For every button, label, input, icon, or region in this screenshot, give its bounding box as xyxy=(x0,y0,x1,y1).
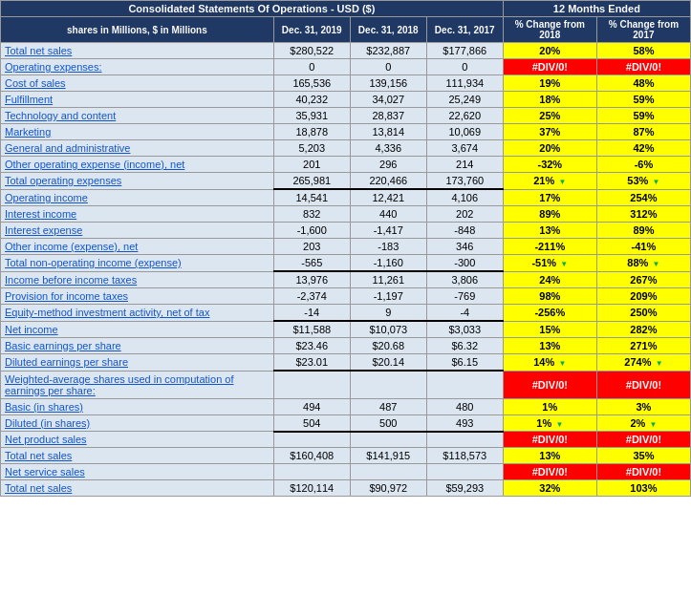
row-val-26-1: $90,972 xyxy=(350,480,426,497)
main-wrapper: Consolidated Statements Of Operations - … xyxy=(0,0,691,497)
row-val-22-1: 500 xyxy=(350,414,426,432)
row-link-8[interactable]: Total operating expenses xyxy=(5,175,121,186)
row-val-24-1: $141,915 xyxy=(350,448,426,464)
pct2017-19: 274% ▼ xyxy=(596,354,690,372)
row-label-0: Total net sales xyxy=(1,43,274,59)
pct2017-24: 35% xyxy=(596,448,690,464)
row-val-13-2: -300 xyxy=(426,255,503,272)
pct-header-2017: % Change from 2017 xyxy=(596,17,690,43)
row-val-1-0: 0 xyxy=(273,59,350,75)
row-val-21-1: 487 xyxy=(350,398,426,414)
row-link-5[interactable]: Marketing xyxy=(5,126,51,138)
row-link-6[interactable]: General and administrative xyxy=(5,142,130,154)
subtitle-cell: shares in Millions, $ in Millions xyxy=(1,17,274,43)
pct2018-10: 89% xyxy=(503,206,596,223)
row-link-17[interactable]: Net income xyxy=(5,324,58,335)
row-val-10-0: 832 xyxy=(273,206,350,223)
row-val-16-0: -14 xyxy=(273,305,350,322)
row-val-23-0 xyxy=(273,432,350,448)
row-label-26: Total net sales xyxy=(1,480,274,497)
row-val-9-0: 14,541 xyxy=(273,189,350,206)
row-val-10-1: 440 xyxy=(350,206,426,223)
row-link-7[interactable]: Other operating expense (income), net xyxy=(5,159,184,170)
row-label-16: Equity-method investment activity, net o… xyxy=(1,305,274,322)
row-link-10[interactable]: Interest income xyxy=(5,208,76,220)
pct2018-13: -51% ▼ xyxy=(503,255,596,272)
row-link-1[interactable]: Operating expenses: xyxy=(5,61,102,73)
row-val-7-0: 201 xyxy=(273,157,350,173)
row-val-3-0: 40,232 xyxy=(273,92,350,108)
row-link-12[interactable]: Other income (expense), net xyxy=(5,241,138,252)
pct2017-5: 87% xyxy=(596,124,690,140)
row-link-16[interactable]: Equity-method investment activity, net o… xyxy=(5,307,209,318)
row-label-9: Operating income xyxy=(1,189,274,206)
pct2017-22: 2% ▼ xyxy=(596,414,690,432)
pct2017-20: #DIV/0! xyxy=(596,371,690,398)
row-val-4-0: 35,931 xyxy=(273,108,350,124)
period-header: 12 Months Ended xyxy=(503,1,690,17)
row-link-15[interactable]: Provision for income taxes xyxy=(5,290,128,302)
pct2018-24: 13% xyxy=(503,448,596,464)
pct2018-20: #DIV/0! xyxy=(503,371,596,398)
pct2017-3: 59% xyxy=(596,92,690,108)
row-val-19-0: $23.01 xyxy=(273,354,350,372)
row-val-6-2: 3,674 xyxy=(426,140,503,157)
row-label-21: Basic (in shares) xyxy=(1,398,274,414)
row-val-18-1: $20.68 xyxy=(350,338,426,354)
pct2018-14: 24% xyxy=(503,271,596,288)
row-link-11[interactable]: Interest expense xyxy=(5,224,82,236)
pct2018-17: 15% xyxy=(503,321,596,338)
row-val-2-1: 139,156 xyxy=(350,75,426,92)
pct2018-22: 1% ▼ xyxy=(503,414,596,432)
row-label-10: Interest income xyxy=(1,206,274,223)
pct2018-1: #DIV/0! xyxy=(503,59,596,75)
row-val-0-2: $177,866 xyxy=(426,43,503,59)
row-link-4[interactable]: Technology and content xyxy=(5,110,116,121)
row-val-23-2 xyxy=(426,432,503,448)
pct2017-10: 312% xyxy=(596,206,690,223)
row-link-13[interactable]: Total non-operating income (expense) xyxy=(5,257,182,268)
row-val-2-0: 165,536 xyxy=(273,75,350,92)
row-label-4: Technology and content xyxy=(1,108,274,124)
pct2018-18: 13% xyxy=(503,338,596,354)
row-val-8-1: 220,466 xyxy=(350,173,426,190)
row-link-2[interactable]: Cost of sales xyxy=(5,77,66,89)
row-link-24[interactable]: Total net sales xyxy=(5,450,72,461)
row-val-14-1: 11,261 xyxy=(350,271,426,288)
row-link-18[interactable]: Basic earnings per share xyxy=(5,340,121,351)
row-link-14[interactable]: Income before income taxes xyxy=(5,274,137,286)
pct2018-3: 18% xyxy=(503,92,596,108)
row-val-3-2: 25,249 xyxy=(426,92,503,108)
row-val-5-0: 18,878 xyxy=(273,124,350,140)
row-val-19-2: $6.15 xyxy=(426,354,503,372)
pct-header-2018: % Change from 2018 xyxy=(503,17,596,43)
row-link-25[interactable]: Net service sales xyxy=(5,466,85,478)
row-link-3[interactable]: Fulfillment xyxy=(5,94,53,105)
arrow-indicator: ▼ xyxy=(647,420,657,429)
row-val-15-2: -769 xyxy=(426,288,503,305)
row-label-25: Net service sales xyxy=(1,464,274,480)
row-link-22[interactable]: Diluted (in shares) xyxy=(5,417,90,429)
arrow-indicator: ▼ xyxy=(556,178,566,186)
col-header-2019: Dec. 31, 2019 xyxy=(273,17,350,43)
row-label-19: Diluted earnings per share xyxy=(1,354,274,372)
row-link-23[interactable]: Net product sales xyxy=(5,434,87,445)
arrow-indicator: ▼ xyxy=(553,420,563,429)
row-link-0[interactable]: Total net sales xyxy=(5,45,72,56)
row-val-4-2: 22,620 xyxy=(426,108,503,124)
arrow-indicator: ▼ xyxy=(558,260,568,268)
row-val-0-1: $232,887 xyxy=(350,43,426,59)
row-link-21[interactable]: Basic (in shares) xyxy=(5,401,83,413)
row-val-5-1: 13,814 xyxy=(350,124,426,140)
pct2017-26: 103% xyxy=(596,480,690,497)
row-link-26[interactable]: Total net sales xyxy=(5,482,72,494)
pct2017-12: -41% xyxy=(596,239,690,255)
row-label-18: Basic earnings per share xyxy=(1,338,274,354)
pct2017-16: 250% xyxy=(596,305,690,322)
row-label-12: Other income (expense), net xyxy=(1,239,274,255)
pct2018-2: 19% xyxy=(503,75,596,92)
row-link-9[interactable]: Operating income xyxy=(5,192,88,203)
row-link-20[interactable]: Weighted-average shares used in computat… xyxy=(5,373,234,396)
row-val-20-0 xyxy=(273,371,350,398)
row-link-19[interactable]: Diluted earnings per share xyxy=(5,356,128,368)
